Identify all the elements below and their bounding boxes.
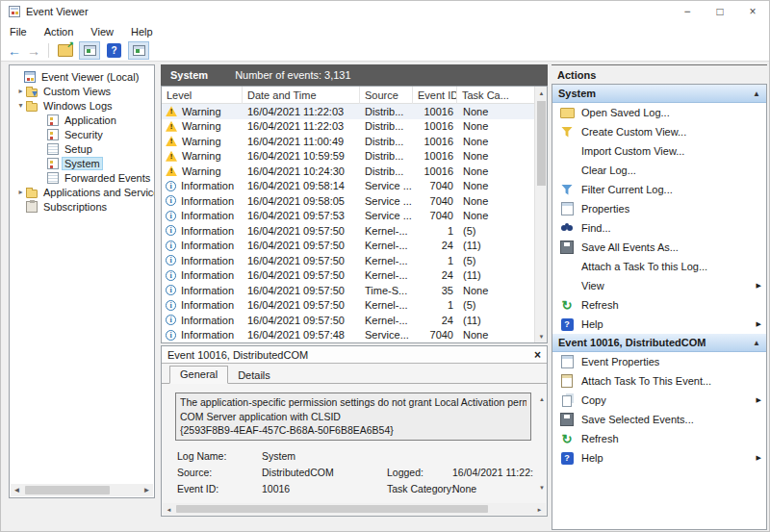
detail-hscrollbar[interactable]: ◄ ►: [163, 503, 546, 515]
action-label: Clear Log...: [581, 165, 636, 176]
scroll-left-icon[interactable]: ◄: [11, 484, 23, 496]
forward-icon[interactable]: →: [24, 43, 43, 59]
column-header[interactable]: Level: [162, 87, 243, 104]
action-item[interactable]: Save All Events As...: [552, 238, 766, 257]
level-icon: [166, 241, 176, 251]
console-tree-toggle-button[interactable]: [79, 41, 100, 60]
tree-hscrollbar[interactable]: ◄ ►: [11, 484, 153, 496]
events-vscrollbar[interactable]: ▲ ▼: [534, 87, 547, 342]
action-item[interactable]: Copy ▶: [552, 391, 766, 410]
actions-section-system: Open Saved Log... Create Custom View... …: [552, 103, 766, 334]
tree-item[interactable]: ▸ Custom Views: [10, 84, 154, 98]
help-icon[interactable]: ?: [107, 43, 121, 58]
log-name-value: System: [262, 450, 387, 462]
action-item[interactable]: Clear Log...: [552, 161, 766, 180]
event-row[interactable]: Information 16/04/2021 09:57:53 Service …: [162, 209, 547, 224]
export-log-icon[interactable]: [58, 44, 73, 57]
close-icon[interactable]: ×: [534, 348, 541, 362]
event-row[interactable]: Warning 16/04/2021 10:59:59 Distrib... 1…: [162, 149, 547, 165]
collapse-icon[interactable]: ▲: [753, 89, 760, 98]
event-row[interactable]: Warning 16/04/2021 11:22:03 Distrib... 1…: [162, 104, 547, 119]
scroll-right-icon[interactable]: ►: [533, 503, 546, 516]
tree-item[interactable]: Application: [10, 113, 154, 127]
menu-item[interactable]: View: [82, 26, 122, 38]
event-row[interactable]: Information 16/04/2021 09:57:50 Kernel-.…: [162, 298, 547, 314]
scroll-up-icon[interactable]: ▲: [539, 396, 545, 402]
scroll-down-icon[interactable]: ▼: [539, 485, 545, 491]
event-row[interactable]: Information 16/04/2021 09:57:48 Service.…: [162, 328, 547, 342]
action-label: Save Selected Events...: [581, 414, 694, 425]
minimize-button[interactable]: −: [671, 1, 704, 22]
scroll-up-icon[interactable]: ▲: [535, 87, 548, 99]
tree-item[interactable]: System: [10, 156, 154, 170]
action-item[interactable]: Attach Task To This Event...: [552, 371, 766, 391]
menu-item[interactable]: Action: [36, 26, 83, 38]
actions-section-header-event[interactable]: Event 10016, DistributedCOM ▲: [552, 334, 766, 352]
action-pane-toggle-button[interactable]: [128, 41, 149, 60]
column-header[interactable]: Date and Time: [243, 87, 360, 104]
action-item[interactable]: Filter Current Log...: [552, 180, 766, 199]
action-item[interactable]: Save Selected Events...: [552, 410, 766, 429]
action-item[interactable]: Create Custom View...: [552, 122, 766, 141]
tree-expander-icon[interactable]: ▾: [15, 101, 26, 110]
actions-section-header-system[interactable]: System ▲: [552, 85, 766, 103]
submenu-arrow-icon: ▶: [757, 282, 761, 290]
scrollbar-thumb[interactable]: [537, 101, 546, 186]
event-row[interactable]: Information 16/04/2021 09:57:50 Kernel-.…: [162, 223, 547, 239]
action-item[interactable]: Import Custom View...: [552, 141, 766, 161]
event-row[interactable]: Information 16/04/2021 09:58:05 Service …: [162, 193, 547, 209]
tree-item[interactable]: Event Viewer (Local): [10, 69, 154, 84]
tree-item-icon: [47, 129, 59, 140]
menu-item[interactable]: File: [1, 26, 36, 38]
event-row[interactable]: Information 16/04/2021 09:57:50 Kernel-.…: [162, 239, 547, 254]
scroll-down-icon[interactable]: ▼: [535, 330, 548, 342]
event-row[interactable]: Information 16/04/2021 09:57:50 Kernel-.…: [162, 268, 547, 284]
event-id-cell: 24: [413, 269, 453, 281]
tree-item-label: System: [63, 158, 102, 169]
action-item[interactable]: Help ▶: [552, 315, 766, 334]
action-item[interactable]: Refresh: [552, 429, 766, 448]
action-item[interactable]: Open Saved Log...: [552, 103, 766, 122]
event-row[interactable]: Information 16/04/2021 09:57:50 Time-S..…: [162, 283, 547, 298]
event-row[interactable]: Information 16/04/2021 09:57:50 Kernel-.…: [162, 313, 547, 328]
action-item[interactable]: Find...: [552, 218, 766, 238]
event-row[interactable]: Information 16/04/2021 09:57:50 Kernel-.…: [162, 253, 547, 268]
maximize-button[interactable]: □: [704, 1, 736, 22]
event-description-box[interactable]: The application-specific permission sett…: [175, 393, 531, 441]
event-row[interactable]: Warning 16/04/2021 10:24:30 Distrib... 1…: [162, 164, 547, 179]
event-row[interactable]: Warning 16/04/2021 11:00:49 Distrib... 1…: [162, 134, 547, 149]
back-icon[interactable]: ←: [5, 43, 24, 59]
scrollbar-thumb[interactable]: [25, 486, 110, 494]
scroll-left-icon[interactable]: ◄: [163, 503, 175, 516]
tab-general[interactable]: General: [169, 366, 228, 384]
tree-item[interactable]: Security: [10, 127, 154, 141]
action-icon: [559, 393, 575, 408]
action-item[interactable]: Help ▶: [552, 448, 766, 468]
event-row[interactable]: Warning 16/04/2021 11:22:03 Distrib... 1…: [162, 119, 547, 135]
tree-item[interactable]: ▸ Applications and Services Log: [10, 185, 154, 199]
tree-expander-icon[interactable]: ▸: [15, 188, 26, 196]
event-row[interactable]: Information 16/04/2021 09:58:14 Service …: [162, 179, 547, 194]
tree-item[interactable]: Setup: [10, 141, 154, 156]
menu-item[interactable]: Help: [122, 26, 162, 38]
scroll-right-icon[interactable]: ►: [141, 484, 153, 496]
action-item[interactable]: Event Properties: [552, 352, 766, 371]
level-label: Information: [181, 195, 234, 207]
scrollbar-thumb[interactable]: [176, 505, 488, 513]
tree-item-label: Setup: [63, 143, 94, 155]
source-cell: Distrib...: [360, 165, 413, 177]
action-item[interactable]: Attach a Task To this Log...: [552, 257, 766, 276]
action-item[interactable]: Refresh: [552, 295, 766, 315]
tab-details[interactable]: Details: [228, 367, 280, 384]
tree-item[interactable]: Subscriptions: [10, 199, 154, 214]
column-header[interactable]: Event ID: [413, 87, 457, 104]
close-button[interactable]: ×: [736, 1, 769, 22]
collapse-icon[interactable]: ▲: [753, 339, 760, 347]
tree-expander-icon[interactable]: ▸: [15, 87, 26, 95]
action-item[interactable]: Properties: [552, 199, 766, 218]
column-header[interactable]: Source: [360, 87, 413, 104]
level-cell: Information: [162, 299, 243, 311]
action-item[interactable]: View ▶: [552, 276, 766, 295]
tree-item[interactable]: Forwarded Events: [10, 170, 154, 185]
tree-item[interactable]: ▾ Windows Logs: [10, 98, 154, 113]
